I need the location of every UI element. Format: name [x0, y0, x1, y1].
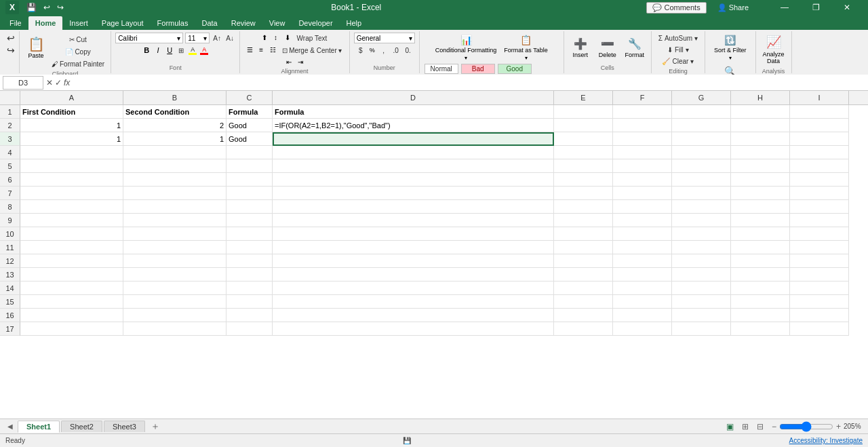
cell-h5[interactable]: [731, 159, 790, 173]
font-increase-button[interactable]: A↑: [212, 33, 222, 43]
percent-button[interactable]: %: [368, 45, 377, 55]
cell-e3[interactable]: [554, 132, 613, 146]
cell-h14[interactable]: [731, 281, 790, 295]
cell-d8[interactable]: [273, 200, 554, 214]
cut-button[interactable]: ✂ Cut: [50, 34, 106, 45]
cell-i9[interactable]: [790, 214, 849, 227]
align-left-button[interactable]: ☰: [244, 45, 255, 54]
cell-f17[interactable]: [613, 322, 672, 336]
cell-h12[interactable]: [731, 254, 790, 268]
cell-e13[interactable]: [554, 268, 613, 281]
cell-h6[interactable]: [731, 173, 790, 187]
cell-a7[interactable]: [20, 187, 123, 200]
cell-i3[interactable]: [790, 132, 849, 146]
cell-e5[interactable]: [554, 159, 613, 173]
cell-h10[interactable]: [731, 227, 790, 241]
cell-g15[interactable]: [672, 295, 731, 309]
cell-f16[interactable]: [613, 309, 672, 322]
tab-help[interactable]: Help: [340, 16, 369, 30]
cell-d15[interactable]: [273, 295, 554, 309]
quick-access-undo[interactable]: ↩: [41, 2, 52, 13]
cell-e1[interactable]: [554, 105, 613, 119]
cell-g8[interactable]: [672, 200, 731, 214]
font-name-selector[interactable]: Calibri ▾: [115, 33, 183, 43]
cell-a13[interactable]: [20, 268, 123, 281]
cell-h9[interactable]: [731, 214, 790, 227]
cell-f13[interactable]: [613, 268, 672, 281]
cell-e2[interactable]: [554, 119, 613, 132]
cell-a6[interactable]: [20, 173, 123, 187]
cell-g10[interactable]: [672, 227, 731, 241]
cell-h16[interactable]: [731, 309, 790, 322]
cell-h2[interactable]: [731, 119, 790, 132]
cell-d6[interactable]: [273, 173, 554, 187]
cell-a10[interactable]: [20, 227, 123, 241]
cell-g5[interactable]: [672, 159, 731, 173]
row-num-12[interactable]: 12: [0, 254, 20, 268]
cell-d4[interactable]: [273, 146, 554, 159]
cell-i2[interactable]: [790, 119, 849, 132]
minimize-button[interactable]: —: [769, 0, 800, 15]
col-header-b[interactable]: B: [123, 91, 226, 104]
scroll-left-button[interactable]: ◀: [5, 423, 15, 430]
row-num-15[interactable]: 15: [0, 295, 20, 309]
sheet-tab-sheet3[interactable]: Sheet3: [104, 421, 145, 432]
sheet-tab-sheet2[interactable]: Sheet2: [61, 421, 102, 432]
cell-c5[interactable]: [226, 159, 273, 173]
font-decrease-button[interactable]: A↓: [224, 33, 235, 43]
zoom-slider[interactable]: [779, 421, 833, 432]
cell-g9[interactable]: [672, 214, 731, 227]
cell-i11[interactable]: [790, 241, 849, 254]
cell-c10[interactable]: [226, 227, 273, 241]
cell-c8[interactable]: [226, 200, 273, 214]
tab-developer[interactable]: Developer: [292, 16, 339, 30]
cell-g4[interactable]: [672, 146, 731, 159]
col-header-i[interactable]: I: [790, 91, 849, 104]
tab-view[interactable]: View: [262, 16, 292, 30]
formula-cancel-icon[interactable]: ✕: [46, 78, 53, 88]
style-good[interactable]: Good: [498, 64, 532, 74]
quick-access-redo[interactable]: ↪: [55, 2, 66, 13]
cell-f10[interactable]: [613, 227, 672, 241]
style-bad[interactable]: Bad: [461, 64, 495, 74]
comma-button[interactable]: ,: [378, 45, 389, 56]
analyze-data-button[interactable]: 📈 Analyze Data: [760, 33, 787, 66]
cell-reference-box[interactable]: D3: [3, 76, 43, 90]
cell-b6[interactable]: [123, 173, 226, 187]
cell-b15[interactable]: [123, 295, 226, 309]
cell-b4[interactable]: [123, 146, 226, 159]
cell-i1[interactable]: [790, 105, 849, 119]
cell-e7[interactable]: [554, 187, 613, 200]
cell-i8[interactable]: [790, 200, 849, 214]
cell-d17[interactable]: [273, 322, 554, 336]
cell-b9[interactable]: [123, 214, 226, 227]
col-header-g[interactable]: G: [672, 91, 731, 104]
zoom-out-button[interactable]: −: [772, 422, 776, 431]
row-num-10[interactable]: 10: [0, 227, 20, 241]
cell-i4[interactable]: [790, 146, 849, 159]
cell-e4[interactable]: [554, 146, 613, 159]
row-num-17[interactable]: 17: [0, 322, 20, 336]
increase-decimal-button[interactable]: .0: [391, 45, 401, 56]
grid-wrapper[interactable]: A B C D E F G H I 1 First Condition Seco…: [0, 91, 868, 419]
cell-d12[interactable]: [273, 254, 554, 268]
increase-indent-button[interactable]: ⇥: [295, 57, 306, 66]
cell-d14[interactable]: [273, 281, 554, 295]
cell-d11[interactable]: [273, 241, 554, 254]
italic-button[interactable]: I: [153, 45, 163, 56]
row-num-8[interactable]: 8: [0, 200, 20, 214]
cell-f12[interactable]: [613, 254, 672, 268]
clear-button[interactable]: 🧹 Clear ▾: [659, 56, 696, 66]
row-num-5[interactable]: 5: [0, 159, 20, 173]
cell-f11[interactable]: [613, 241, 672, 254]
cell-e10[interactable]: [554, 227, 613, 241]
cell-i6[interactable]: [790, 173, 849, 187]
cell-f6[interactable]: [613, 173, 672, 187]
number-format-selector[interactable]: General ▾: [354, 33, 415, 43]
merge-center-button[interactable]: ⊡ Merge & Center ▾: [279, 45, 345, 56]
accessibility-status[interactable]: Accessibility: Investigate: [789, 437, 863, 444]
view-normal-button[interactable]: ▣: [726, 422, 734, 431]
cell-c16[interactable]: [226, 309, 273, 322]
cell-f3[interactable]: [613, 132, 672, 146]
cell-f9[interactable]: [613, 214, 672, 227]
